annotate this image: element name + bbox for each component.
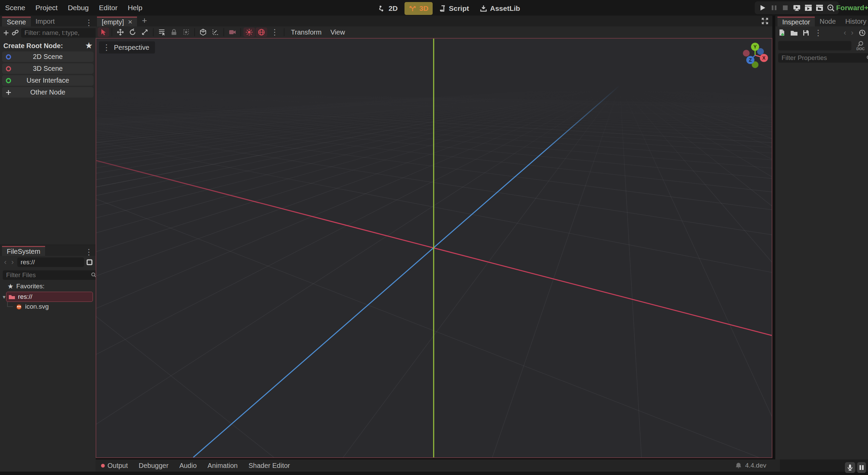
preview-sunlight-icon[interactable] bbox=[243, 27, 255, 37]
open-docs-search-icon[interactable]: DOC bbox=[856, 41, 865, 51]
svg-text:Z: Z bbox=[749, 57, 752, 63]
pause-button[interactable] bbox=[769, 3, 779, 13]
edit-back-icon[interactable]: ‹ bbox=[842, 28, 847, 37]
filesystem-tabbar: FileSystem ⋮ bbox=[0, 245, 96, 256]
create-3d-scene-button[interactable]: 3D Scene bbox=[2, 63, 94, 74]
workspace-2d-button[interactable]: 2D bbox=[374, 2, 402, 15]
add-node-icon[interactable] bbox=[3, 29, 9, 36]
bottom-tab-audio[interactable]: Audio bbox=[174, 459, 202, 472]
viewport-3d[interactable]: ⋮ Perspective Y X Z bbox=[96, 38, 772, 458]
filter-properties-input[interactable] bbox=[778, 53, 868, 63]
bottom-tab-animation[interactable]: Animation bbox=[202, 459, 243, 472]
tab-scene[interactable]: Scene bbox=[2, 17, 31, 26]
favorites-row[interactable]: ★ Favorites: bbox=[0, 282, 96, 291]
collapse-caret-icon[interactable]: ▾ bbox=[3, 294, 5, 300]
favorites-star-icon[interactable]: ★ bbox=[85, 41, 92, 50]
svg-text:X: X bbox=[762, 55, 766, 61]
menu-scene[interactable]: Scene bbox=[0, 0, 31, 16]
history-back-icon[interactable]: ‹ bbox=[3, 258, 8, 267]
history-forward-icon[interactable]: › bbox=[10, 258, 15, 267]
tab-inspector[interactable]: Inspector bbox=[777, 17, 815, 26]
save-icon[interactable] bbox=[803, 29, 809, 36]
scale-tool-button[interactable] bbox=[139, 27, 151, 37]
menu-project[interactable]: Project bbox=[31, 0, 63, 16]
movie-maker-icon[interactable] bbox=[826, 3, 836, 13]
create-2d-scene-button[interactable]: 2D Scene bbox=[2, 51, 94, 62]
tab-node[interactable]: Node bbox=[815, 17, 841, 26]
folder-icon bbox=[8, 294, 15, 300]
workspace-3d-button[interactable]: 3D bbox=[405, 2, 433, 15]
edit-history-icon[interactable] bbox=[858, 29, 866, 37]
scene-tab-empty[interactable]: [empty] × bbox=[97, 17, 137, 26]
gizmo-neg-x-ball[interactable] bbox=[743, 50, 750, 57]
play-button[interactable] bbox=[758, 3, 767, 13]
filesystem-nav-row: ‹ › res:// bbox=[0, 256, 96, 269]
bottom-tab-debugger[interactable]: Debugger bbox=[133, 459, 174, 472]
snap-cube-icon[interactable] bbox=[197, 27, 209, 37]
tree-file-row[interactable]: icon.svg bbox=[0, 302, 96, 311]
toggle-split-mode-icon[interactable] bbox=[86, 259, 93, 266]
tree-branch-line bbox=[5, 302, 13, 311]
lock-icon[interactable] bbox=[168, 27, 180, 37]
ruler-icon[interactable] bbox=[210, 27, 221, 37]
rotate-tool-button[interactable] bbox=[127, 27, 138, 37]
tree-root-row[interactable]: ▾ res:// bbox=[0, 292, 96, 302]
filter-files-input[interactable] bbox=[3, 270, 99, 280]
bottom-tab-output[interactable]: Output bbox=[96, 459, 133, 472]
left-dock: Scene Import ⋮ ⋮ Create Root Node: ★ 2D … bbox=[0, 16, 96, 472]
list-select-icon[interactable] bbox=[156, 27, 167, 37]
preview-environment-icon[interactable] bbox=[256, 27, 267, 37]
menu-help[interactable]: Help bbox=[123, 0, 147, 16]
instance-scene-link-icon[interactable] bbox=[12, 29, 19, 36]
tab-filesystem[interactable]: FileSystem bbox=[2, 246, 45, 256]
inspector-toolbar: ⋮ ‹ › bbox=[775, 26, 868, 39]
camera-preview-icon[interactable] bbox=[226, 27, 238, 37]
distraction-free-icon[interactable] bbox=[762, 18, 768, 24]
plus-icon bbox=[5, 89, 12, 96]
bottom-tab-shader-editor[interactable]: Shader Editor bbox=[243, 459, 295, 472]
pause-indicator-button[interactable] bbox=[857, 462, 866, 473]
2d-axes-icon bbox=[378, 5, 386, 12]
new-scene-tab-button[interactable]: + bbox=[137, 15, 152, 26]
play-custom-scene-button[interactable] bbox=[815, 3, 824, 13]
axis-gizmo[interactable]: Y X Z bbox=[731, 39, 772, 79]
move-tool-button[interactable] bbox=[115, 27, 126, 37]
renderer-dropdown[interactable]: Forward+ bbox=[836, 0, 868, 16]
stop-button[interactable] bbox=[781, 3, 790, 13]
create-user-interface-button[interactable]: User Interface bbox=[2, 75, 94, 86]
group-icon[interactable] bbox=[180, 27, 192, 37]
perspective-menu[interactable]: ⋮ Perspective bbox=[99, 41, 155, 54]
preview-options-menu-icon[interactable]: ⋮ bbox=[268, 30, 281, 34]
search-icon bbox=[866, 55, 868, 61]
scene-dock-menu-icon[interactable]: ⋮ bbox=[82, 21, 96, 24]
node3d-icon bbox=[5, 66, 12, 72]
tab-import[interactable]: Import bbox=[31, 17, 60, 26]
load-resource-folder-icon[interactable] bbox=[790, 30, 798, 36]
workspace-script-button[interactable]: Script bbox=[435, 2, 473, 15]
filesystem-menu-icon[interactable]: ⋮ bbox=[82, 250, 96, 254]
viewport-toolbar: ⋮ Transform View bbox=[96, 26, 772, 38]
close-icon[interactable]: × bbox=[128, 18, 133, 26]
resource-menu-icon[interactable]: ⋮ bbox=[811, 31, 825, 35]
view-menu[interactable]: View bbox=[326, 28, 349, 36]
microphone-button[interactable] bbox=[845, 462, 855, 473]
notification-bell-icon[interactable] bbox=[735, 462, 742, 469]
create-other-node-button[interactable]: Other Node bbox=[2, 87, 94, 98]
remote-debug-icon[interactable] bbox=[792, 3, 802, 13]
transform-menu[interactable]: Transform bbox=[287, 28, 326, 36]
play-scene-button[interactable] bbox=[804, 3, 813, 13]
workspace-assetlib-button[interactable]: AssetLib bbox=[476, 2, 524, 15]
inspector-dock: Inspector Node History ⋮ ⋮ ‹ › DOC bbox=[775, 16, 868, 461]
selected-folder-row[interactable]: res:// bbox=[6, 292, 93, 302]
edit-forward-icon[interactable]: › bbox=[850, 28, 855, 37]
menu-debug[interactable]: Debug bbox=[63, 0, 94, 16]
window-bottom-strip bbox=[0, 472, 868, 475]
godot-svg-file-icon bbox=[16, 303, 22, 310]
microphone-icon bbox=[847, 464, 853, 471]
filesystem-filter-row bbox=[0, 269, 96, 282]
select-tool-button[interactable] bbox=[98, 27, 109, 37]
menu-editor[interactable]: Editor bbox=[94, 0, 123, 16]
tab-history[interactable]: History bbox=[841, 17, 868, 26]
new-resource-icon[interactable] bbox=[778, 29, 786, 37]
main-editor-area: [empty] × + ⋮ Transform View bbox=[96, 16, 772, 459]
